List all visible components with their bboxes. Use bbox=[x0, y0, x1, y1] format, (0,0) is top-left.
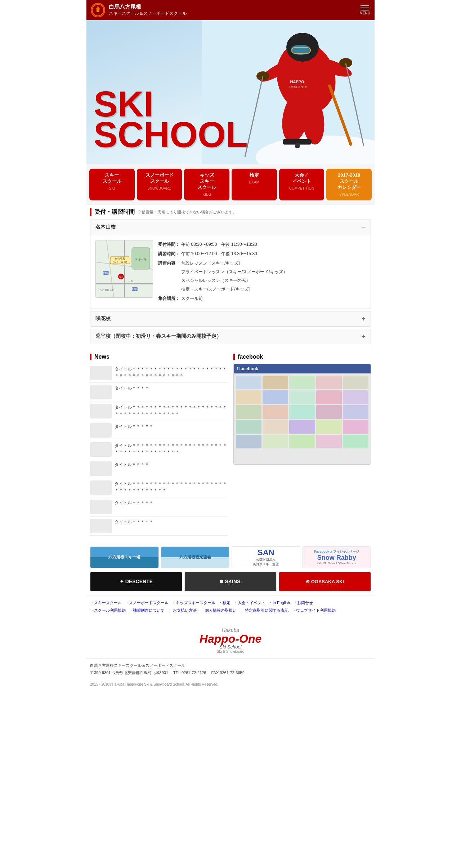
footer-link-website-terms[interactable]: ・ウェブサイト利用規約 bbox=[292, 608, 336, 612]
footer-separator1: ｜ bbox=[168, 608, 172, 612]
fb-photo-4 bbox=[316, 376, 342, 389]
footer-school-name: 白馬八方尾根スキースクール＆スノーボードスクール bbox=[90, 662, 371, 669]
partner-kanko-label: 八方尾根観光協会 bbox=[179, 554, 211, 560]
footer-link-payment[interactable]: お支払い方法 bbox=[173, 608, 197, 612]
menu-icon bbox=[361, 5, 369, 10]
nav-exam-label: 検定 bbox=[233, 172, 276, 178]
news-facebook-section: News タイトル＊＊＊＊＊＊＊＊＊＊＊＊＊＊＊＊＊＊＊＊＊＊＊＊＊＊＊＊＊＊＊… bbox=[90, 354, 371, 536]
fb-photo-25 bbox=[343, 435, 368, 448]
nav-kids-label2: スキー bbox=[185, 178, 228, 185]
header-logo: 白馬八方尾根 スキースクール＆スノーボードスクール bbox=[91, 3, 187, 17]
footer-link-kids[interactable]: ・キッズスキースクール bbox=[172, 601, 215, 605]
nav-competition-button[interactable]: 大会／ イベント COMPETITION bbox=[279, 169, 325, 200]
partner-ski-area-label: 八方尾根スキー場 bbox=[108, 554, 140, 560]
news-date-4 bbox=[90, 423, 112, 438]
nagiki-meeting-row: 集合場所： スクール前 bbox=[158, 294, 366, 303]
nagiki-lesson-time: 午前 10:00〜12:00 午後 13:30〜15:30 bbox=[181, 249, 257, 258]
footer-link-contact[interactable]: ・お問合せ bbox=[293, 601, 313, 605]
partner-ski-area-content: 八方尾根スキー場 bbox=[108, 554, 140, 560]
footer-link-competition[interactable]: ・大会・イベント bbox=[234, 601, 265, 605]
partner-snow-rabby-name: Snow Rabby bbox=[314, 554, 359, 562]
partner-ski-area[interactable]: 八方尾根スキー場 bbox=[90, 546, 159, 568]
nav-ski-button[interactable]: スキー スクール SKI bbox=[89, 169, 135, 200]
nav-calendar-label1: 2017-2018 bbox=[328, 172, 370, 178]
news-text-7: タイトル＊＊＊＊＊＊＊＊＊＊＊＊＊＊＊＊＊＊＊＊＊＊＊＊＊＊＊＊＊＊＊＊＊＊ bbox=[115, 480, 228, 493]
news-date-7 bbox=[90, 480, 112, 495]
nav-snowboard-button[interactable]: スノーボード スクール SNOWBOARD bbox=[137, 169, 182, 200]
fb-photo-21 bbox=[236, 435, 261, 448]
nav-snowboard-label1: スノーボード bbox=[138, 172, 181, 178]
fb-photo-1 bbox=[236, 376, 261, 389]
svg-text:DESCENTE: DESCENTE bbox=[289, 85, 307, 89]
header-title-line1: 白馬八方尾根 bbox=[109, 4, 187, 10]
svg-text:Ski School: Ski School bbox=[219, 644, 242, 650]
nagiki-map-svg: スキー場 名木 八方尾根入口 八方 P第6 P第3 集合場所 (スクール前) bbox=[96, 240, 153, 298]
news-text-8: タイトル＊＊＊＊＊ bbox=[115, 500, 153, 506]
nagiki-map: スキー場 名木 八方尾根入口 八方 P第6 P第3 集合場所 (スクール前) bbox=[95, 240, 153, 298]
footer-info: 白馬八方尾根スキースクール＆スノーボードスクール 〒399-9301 長野県北安… bbox=[86, 658, 375, 680]
partner-kanko[interactable]: 八方尾根観光協会 bbox=[161, 546, 230, 568]
news-date-6 bbox=[90, 461, 112, 476]
svg-text:集合場所: 集合場所 bbox=[115, 257, 125, 260]
footer-link-transactions[interactable]: 特定商取引に関する表記 bbox=[245, 608, 288, 612]
nagiki-meeting-label: 集合場所： bbox=[158, 294, 180, 303]
partner-snow-rabby-content: Facebook オフィシャルページ Snow Rabby Kids Ski S… bbox=[313, 548, 361, 566]
brand-ogasaka[interactable]: ⊛ OGASAKA SKI bbox=[279, 572, 371, 592]
news-item-1: タイトル＊＊＊＊＊＊＊＊＊＊＊＊＊＊＊＊＊＊＊＊＊＊＊＊＊＊＊＊＊＊＊＊＊＊＊＊… bbox=[90, 364, 228, 383]
menu-button[interactable]: MENU bbox=[360, 5, 370, 15]
footer-link-privacy[interactable]: 個人情報の取扱い bbox=[205, 608, 237, 612]
news-text-2: タイトル＊＊＊＊ bbox=[115, 385, 149, 391]
footer-link-terms[interactable]: ・スクール利用規約 bbox=[90, 608, 126, 612]
school-usagidaira-header[interactable]: 兎平校（閉校中：初滑り・春スキー期間のみ開校予定） + bbox=[90, 329, 371, 344]
partner-san-icon: SAN bbox=[253, 548, 279, 557]
svg-text:Happo-One: Happo-One bbox=[200, 632, 261, 645]
fb-photo-17 bbox=[263, 420, 288, 434]
news-item-4: タイトル＊＊＊＊＊ bbox=[90, 421, 228, 440]
school-block-nagiki-header[interactable]: 名木山校 − bbox=[90, 220, 371, 235]
footer-link-ski[interactable]: ・スキースクール bbox=[90, 601, 122, 605]
news-text-1: タイトル＊＊＊＊＊＊＊＊＊＊＊＊＊＊＊＊＊＊＊＊＊＊＊＊＊＊＊＊＊＊＊＊＊＊＊＊… bbox=[115, 366, 228, 379]
news-item-3: タイトル＊＊＊＊＊＊＊＊＊＊＊＊＊＊＊＊＊＊＊＊＊＊＊＊＊＊＊＊＊＊＊＊＊＊＊＊… bbox=[90, 402, 228, 421]
news-date-5 bbox=[90, 442, 112, 457]
svg-text:(スクール前): (スクール前) bbox=[113, 261, 127, 264]
facebook-widget[interactable]: f facebook bbox=[233, 364, 371, 465]
school-nagiki-body: スキー場 名木 八方尾根入口 八方 P第6 P第3 集合場所 (スクール前) bbox=[90, 235, 371, 309]
svg-text:八方尾根入口: 八方尾根入口 bbox=[99, 289, 115, 292]
nagiki-reception-time: 午前 08:30〜09:50 午後 11:30〜13:20 bbox=[181, 240, 257, 249]
nav-snowboard-label2: スクール bbox=[138, 178, 181, 185]
brand-skins[interactable]: ⊕ SKINS. bbox=[184, 572, 277, 592]
footer-link-english[interactable]: ・in English bbox=[269, 601, 290, 605]
fb-photo-5 bbox=[343, 376, 368, 389]
nagiki-content-line3: スペシャルレッスン（スキーのみ） bbox=[181, 276, 287, 285]
partner-san[interactable]: SAN 公益財団法人長野県スキー連盟 bbox=[232, 546, 300, 568]
news-text-9: タイトル＊＊＊＊＊ bbox=[115, 519, 153, 525]
hero-section: HAPPO DESCENTE SKI SCHOOL bbox=[86, 20, 375, 164]
partner-snow-rabby-sub: Kids Ski School Official Mascot bbox=[314, 562, 359, 565]
svg-text:P第6: P第6 bbox=[103, 272, 109, 274]
facebook-section: facebook f facebook bbox=[233, 354, 371, 536]
header-title-line2: スキースクール＆スノーボードスクール bbox=[109, 10, 187, 17]
nav-ski-label2: スクール bbox=[91, 178, 133, 185]
nagiki-lesson-label: 講習時間： bbox=[158, 249, 180, 258]
footer-link-compensation[interactable]: ・補償制度について bbox=[129, 608, 165, 612]
svg-text:八方: 八方 bbox=[128, 280, 133, 283]
fb-photo-9 bbox=[316, 390, 342, 404]
footer-nav: ・スキースクール ・スノーボードスクール ・キッズスキースクール ・検定 ・大会… bbox=[86, 595, 375, 618]
schedule-section: 受付・講習時間 ※積雪量・天候により開校できない場合がございます。 名木山校 − bbox=[86, 208, 375, 354]
school-sakika-header[interactable]: 咲花校 + bbox=[90, 311, 371, 326]
news-item-6: タイトル＊＊＊＊ bbox=[90, 459, 228, 478]
svg-text:P第3: P第3 bbox=[132, 288, 138, 291]
fb-photo-grid bbox=[236, 376, 368, 448]
nav-kids-button[interactable]: キッズ スキー スクール KIDS bbox=[184, 169, 229, 200]
nav-calendar-sub: CALENDAR bbox=[328, 192, 370, 197]
nav-calendar-button[interactable]: 2017-2018 スクール カレンダー CALENDAR bbox=[326, 169, 372, 200]
fb-photo-2 bbox=[263, 376, 288, 389]
nav-exam-button[interactable]: 検定 EXAM bbox=[232, 169, 277, 200]
fb-photo-18 bbox=[289, 420, 315, 434]
partner-snow-rabby[interactable]: Facebook オフィシャルページ Snow Rabby Kids Ski S… bbox=[303, 546, 371, 568]
nav-kids-sub: KIDS bbox=[185, 192, 228, 197]
brand-descente[interactable]: ✦ DESCENTE bbox=[90, 572, 182, 592]
footer-link-snowboard[interactable]: ・スノーボードスクール bbox=[125, 601, 169, 605]
fb-photo-7 bbox=[263, 390, 288, 404]
footer-link-exam[interactable]: ・検定 bbox=[219, 601, 230, 605]
